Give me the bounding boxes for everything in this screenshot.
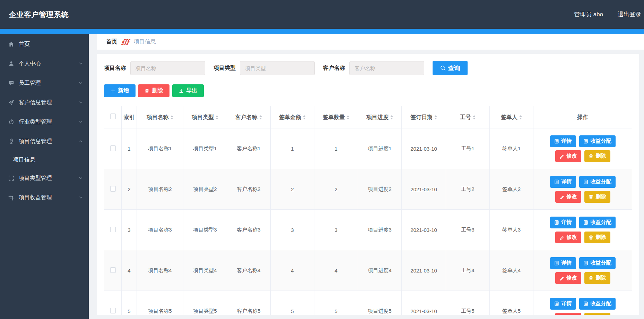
project-name-input[interactable] xyxy=(130,61,205,75)
document-icon xyxy=(554,261,559,266)
breadcrumb: 首页 ∰ 项目信息 xyxy=(97,34,644,50)
sidebar-item-label: 项目类型管理 xyxy=(19,175,78,182)
select-all-checkbox[interactable] xyxy=(110,114,116,119)
column-header-progress[interactable]: 项目进度 xyxy=(358,106,402,128)
row-checkbox[interactable] xyxy=(110,186,116,192)
sidebar-item-label: 个人中心 xyxy=(19,60,78,67)
sidebar-item-employee-management[interactable]: 员工管理 xyxy=(0,73,89,93)
plus-icon xyxy=(111,89,115,93)
customer-name-label: 客户名称 xyxy=(323,65,345,72)
sidebar-item-customer-info-management[interactable]: 客户信息管理 xyxy=(0,93,89,112)
cell-progress: 项目进度1 xyxy=(358,128,402,169)
column-header-date[interactable]: 签订日期 xyxy=(402,106,446,128)
detail-button[interactable]: 详情 xyxy=(550,298,576,310)
detail-button[interactable]: 详情 xyxy=(550,217,576,228)
project-name-field: 项目名称 xyxy=(104,61,205,75)
cell-project-type: 项目类型1 xyxy=(183,128,227,169)
sidebar-item-personal-center[interactable]: 个人中心 xyxy=(0,54,89,73)
delete-row-button[interactable]: 删除 xyxy=(584,272,610,284)
projects-table: 索引 项目名称 项目类型 客户名称 签单金额 签单数量 项目进度 签订日期 工号… xyxy=(104,106,632,315)
search-button[interactable]: 查询 xyxy=(433,61,468,75)
cell-date: 2021-03-10 xyxy=(402,169,446,210)
delete-row-button[interactable]: 删除 xyxy=(584,313,610,315)
detail-button[interactable]: 详情 xyxy=(550,135,576,147)
row-checkbox[interactable] xyxy=(110,267,116,273)
column-header-quantity[interactable]: 签单数量 xyxy=(314,106,358,128)
sidebar-item-project-income-management[interactable]: 项目收益管理 xyxy=(0,188,89,207)
logout-link[interactable]: 退出登录 xyxy=(618,10,641,18)
detail-button[interactable]: 详情 xyxy=(550,176,576,188)
edit-button[interactable]: 修改 xyxy=(555,232,581,243)
customer-name-input[interactable] xyxy=(349,61,424,75)
pen-icon xyxy=(559,235,564,240)
cell-quantity: 2 xyxy=(314,169,358,210)
cell-date: 2021-03-10 xyxy=(402,128,446,169)
edit-button[interactable]: 修改 xyxy=(555,150,581,162)
cell-date: 2021-03-10 xyxy=(402,250,446,291)
add-button[interactable]: 新增 xyxy=(104,84,136,97)
detail-button[interactable]: 详情 xyxy=(550,257,576,269)
cell-project-name: 项目名称4 xyxy=(137,250,183,291)
trash-icon xyxy=(589,276,593,280)
sidebar-item-project-info-management[interactable]: 项目信息管理 xyxy=(0,132,89,151)
sidebar-item-home[interactable]: 首页 xyxy=(0,34,89,54)
row-checkbox[interactable] xyxy=(110,227,116,232)
column-header-customer-name[interactable]: 客户名称 xyxy=(227,106,271,128)
app-title: 企业客户管理系统 xyxy=(9,10,69,19)
table-row: 3 项目名称3 项目类型3 客户名称3 3 3 项目进度3 2021-03-10… xyxy=(104,210,632,250)
cell-project-name: 项目名称1 xyxy=(137,128,183,169)
income-allocate-button[interactable]: 收益分配 xyxy=(579,176,616,188)
cell-work-id: 工号3 xyxy=(446,210,490,250)
income-allocate-button[interactable]: 收益分配 xyxy=(579,257,616,269)
column-header-work-id[interactable]: 工号 xyxy=(446,106,490,128)
cell-quantity: 1 xyxy=(314,128,358,169)
chevron-down-icon xyxy=(78,100,83,105)
delete-row-button[interactable]: 删除 xyxy=(584,232,610,243)
delete-button[interactable]: 删除 xyxy=(138,84,169,97)
top-navbar: 企业客户管理系统 管理员 abo 退出登录 xyxy=(0,0,644,29)
edit-button[interactable]: 修改 xyxy=(555,313,581,315)
cell-date: 2021-03-10 xyxy=(402,291,446,315)
sort-icon xyxy=(473,115,476,119)
home-icon xyxy=(8,41,14,47)
column-header-project-name[interactable]: 项目名称 xyxy=(137,106,183,128)
project-type-label: 项目类型 xyxy=(214,65,236,72)
cell-project-type: 项目类型3 xyxy=(183,210,227,250)
cell-progress: 项目进度3 xyxy=(358,210,402,250)
admin-user-link[interactable]: 管理员 abo xyxy=(574,10,603,18)
row-checkbox[interactable] xyxy=(110,145,116,151)
table-row: 4 项目名称4 项目类型4 客户名称4 4 4 项目进度4 2021-03-10… xyxy=(104,250,632,291)
navbar-right: 管理员 abo 退出登录 xyxy=(574,10,641,18)
export-button[interactable]: 导出 xyxy=(172,84,204,97)
cell-project-type: 项目类型2 xyxy=(183,169,227,210)
cell-progress: 项目进度5 xyxy=(358,291,402,315)
column-header-signer[interactable]: 签单人 xyxy=(490,106,533,128)
income-allocate-button[interactable]: 收益分配 xyxy=(579,217,616,228)
chevron-down-icon xyxy=(78,61,83,66)
cell-index: 4 xyxy=(122,250,137,291)
edit-button[interactable]: 修改 xyxy=(555,191,581,203)
delete-row-button[interactable]: 删除 xyxy=(584,150,610,162)
column-header-project-type[interactable]: 项目类型 xyxy=(183,106,227,128)
breadcrumb-home-link[interactable]: 首页 xyxy=(106,38,117,45)
sort-icon xyxy=(171,115,173,119)
chevron-up-icon xyxy=(78,139,83,144)
delete-row-button[interactable]: 删除 xyxy=(584,191,610,203)
income-allocate-button[interactable]: 收益分配 xyxy=(579,298,616,310)
document-icon xyxy=(583,261,588,266)
project-type-input[interactable] xyxy=(240,61,315,75)
toolbar: 新增 删除 导出 xyxy=(104,84,632,97)
document-icon xyxy=(554,220,559,225)
sidebar-item-label: 项目信息管理 xyxy=(19,138,78,145)
sidebar-subitem-project-info[interactable]: 项目信息 xyxy=(0,151,89,168)
income-allocate-button[interactable]: 收益分配 xyxy=(579,135,616,147)
sidebar-item-industry-type-management[interactable]: 行业类型管理 xyxy=(0,112,89,132)
edit-button[interactable]: 修改 xyxy=(555,272,581,284)
cell-work-id: 工号5 xyxy=(446,291,490,315)
cell-quantity: 5 xyxy=(314,291,358,315)
column-header-amount[interactable]: 签单金额 xyxy=(271,106,314,128)
cell-signer: 签单人3 xyxy=(490,210,533,250)
sidebar-item-project-type-management[interactable]: 项目类型管理 xyxy=(0,168,89,188)
row-checkbox[interactable] xyxy=(110,308,116,313)
content-card: 项目名称 项目类型 客户名称 查询 xyxy=(97,54,639,315)
